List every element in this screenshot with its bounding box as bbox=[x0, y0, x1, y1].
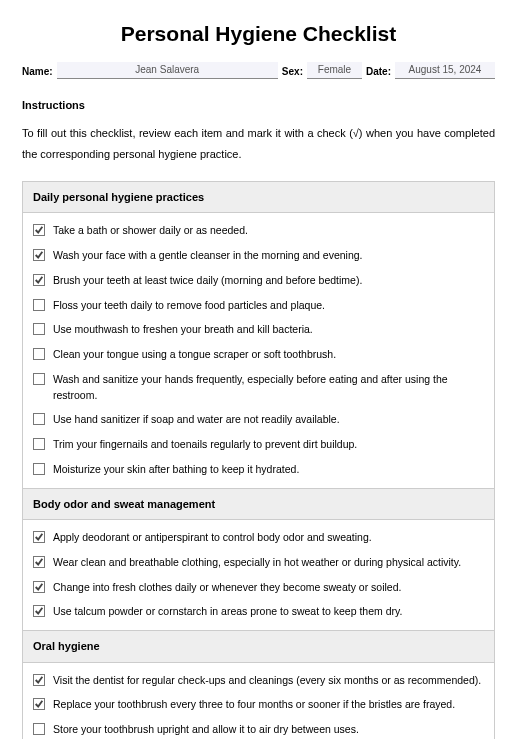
check-item: Trim your fingernails and toenails regul… bbox=[33, 437, 484, 453]
check-item: Change into fresh clothes daily or whene… bbox=[33, 580, 484, 596]
name-field[interactable]: Jean Salavera bbox=[57, 62, 278, 79]
checkbox[interactable] bbox=[33, 556, 45, 568]
section-body: Visit the dentist for regular check-ups … bbox=[23, 663, 494, 739]
checkbox[interactable] bbox=[33, 274, 45, 286]
check-item: Floss your teeth daily to remove food pa… bbox=[33, 298, 484, 314]
check-item: Replace your toothbrush every three to f… bbox=[33, 697, 484, 713]
checkbox[interactable] bbox=[33, 674, 45, 686]
sex-field[interactable]: Female bbox=[307, 62, 362, 79]
check-label: Wash your face with a gentle cleanser in… bbox=[53, 248, 484, 264]
check-label: Trim your fingernails and toenails regul… bbox=[53, 437, 484, 453]
check-label: Apply deodorant or antiperspirant to con… bbox=[53, 530, 484, 546]
check-label: Use mouthwash to freshen your breath and… bbox=[53, 322, 484, 338]
check-label: Replace your toothbrush every three to f… bbox=[53, 697, 484, 713]
section: Body odor and sweat managementApply deod… bbox=[22, 489, 495, 632]
checkbox[interactable] bbox=[33, 438, 45, 450]
meta-row: Name: Jean Salavera Sex: Female Date: Au… bbox=[22, 62, 495, 79]
checkbox[interactable] bbox=[33, 413, 45, 425]
check-label: Store your toothbrush upright and allow … bbox=[53, 722, 484, 738]
check-label: Wear clean and breathable clothing, espe… bbox=[53, 555, 484, 571]
check-item: Use mouthwash to freshen your breath and… bbox=[33, 322, 484, 338]
section-body: Take a bath or shower daily or as needed… bbox=[23, 213, 494, 487]
check-label: Take a bath or shower daily or as needed… bbox=[53, 223, 484, 239]
section: Oral hygieneVisit the dentist for regula… bbox=[22, 631, 495, 739]
check-label: Change into fresh clothes daily or whene… bbox=[53, 580, 484, 596]
checkbox[interactable] bbox=[33, 299, 45, 311]
section-header: Daily personal hygiene practices bbox=[23, 182, 494, 214]
check-label: Clean your tongue using a tongue scraper… bbox=[53, 347, 484, 363]
section-header: Oral hygiene bbox=[23, 631, 494, 663]
check-item: Wash and sanitize your hands frequently,… bbox=[33, 372, 484, 404]
date-label: Date: bbox=[366, 64, 391, 79]
checkbox[interactable] bbox=[33, 249, 45, 261]
check-label: Use talcum powder or cornstarch in areas… bbox=[53, 604, 484, 620]
check-label: Floss your teeth daily to remove food pa… bbox=[53, 298, 484, 314]
checkbox[interactable] bbox=[33, 581, 45, 593]
checkbox[interactable] bbox=[33, 373, 45, 385]
name-label: Name: bbox=[22, 64, 53, 79]
check-label: Visit the dentist for regular check-ups … bbox=[53, 673, 484, 689]
check-label: Moisturize your skin after bathing to ke… bbox=[53, 462, 484, 478]
check-item: Wash your face with a gentle cleanser in… bbox=[33, 248, 484, 264]
date-field[interactable]: August 15, 2024 bbox=[395, 62, 495, 79]
check-item: Visit the dentist for regular check-ups … bbox=[33, 673, 484, 689]
section-header: Body odor and sweat management bbox=[23, 489, 494, 521]
check-item: Use talcum powder or cornstarch in areas… bbox=[33, 604, 484, 620]
check-item: Use hand sanitizer if soap and water are… bbox=[33, 412, 484, 428]
sex-label: Sex: bbox=[282, 64, 303, 79]
checkbox[interactable] bbox=[33, 463, 45, 475]
checkbox[interactable] bbox=[33, 698, 45, 710]
checkbox[interactable] bbox=[33, 531, 45, 543]
check-label: Wash and sanitize your hands frequently,… bbox=[53, 372, 484, 404]
check-item: Wear clean and breathable clothing, espe… bbox=[33, 555, 484, 571]
page-title: Personal Hygiene Checklist bbox=[22, 18, 495, 50]
section: Daily personal hygiene practicesTake a b… bbox=[22, 181, 495, 489]
checkbox[interactable] bbox=[33, 723, 45, 735]
check-item: Brush your teeth at least twice daily (m… bbox=[33, 273, 484, 289]
instructions-heading: Instructions bbox=[22, 97, 495, 114]
instructions-body: To fill out this checklist, review each … bbox=[22, 123, 495, 165]
checkbox[interactable] bbox=[33, 605, 45, 617]
check-item: Clean your tongue using a tongue scraper… bbox=[33, 347, 484, 363]
checkbox[interactable] bbox=[33, 224, 45, 236]
check-label: Brush your teeth at least twice daily (m… bbox=[53, 273, 484, 289]
check-item: Moisturize your skin after bathing to ke… bbox=[33, 462, 484, 478]
check-item: Take a bath or shower daily or as needed… bbox=[33, 223, 484, 239]
checkbox[interactable] bbox=[33, 323, 45, 335]
check-item: Store your toothbrush upright and allow … bbox=[33, 722, 484, 738]
section-body: Apply deodorant or antiperspirant to con… bbox=[23, 520, 494, 630]
check-label: Use hand sanitizer if soap and water are… bbox=[53, 412, 484, 428]
checkbox[interactable] bbox=[33, 348, 45, 360]
check-item: Apply deodorant or antiperspirant to con… bbox=[33, 530, 484, 546]
